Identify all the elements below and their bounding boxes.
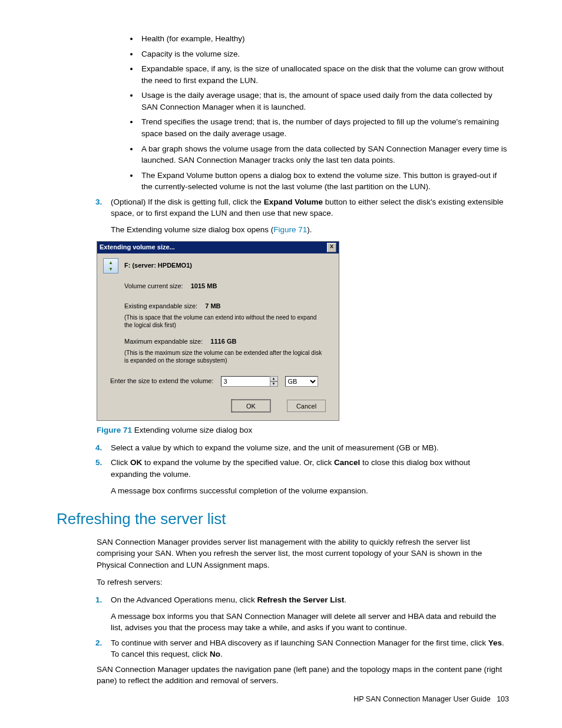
footer-text: HP SAN Connection Manager User Guide [353,695,491,703]
page-number: 103 [497,695,509,703]
dialog-titlebar: Extending volume size... X [97,242,339,253]
dialog-header: ▲▼ F: (server: HPDEMO1) [97,253,339,276]
dialog-title: Extending volume size... [100,243,327,252]
refresh-step-1: 1. On the Advanced Operations menu, clic… [57,594,509,634]
step-subtext: A message box confirms successful comple… [111,485,509,497]
volume-icon: ▲▼ [103,258,118,274]
server-label: F: (server: HPDEMO1) [124,261,192,271]
extending-volume-dialog: Extending volume size... X ▲▼ F: (server… [97,241,339,421]
step-subtext: A message box informs you that SAN Conne… [111,611,509,634]
ok-button[interactable]: OK [232,400,270,412]
steps-list: 3. (Optional) If the disk is getting ful… [57,196,509,236]
step-text: Select a value by which to expand the vo… [111,443,439,452]
expandable-help: (This is space that the volume can exten… [124,314,326,329]
step-text: Click OK to expand the volume by the spe… [111,458,470,479]
max-size-label: Maximum expandable size: [124,337,203,347]
section-heading: Refreshing the server list [57,508,509,531]
spin-down-icon[interactable]: ▼ [270,381,278,387]
current-size-label: Volume current size: [124,282,183,291]
bullet-item: Usage is the daily average usage; that i… [139,90,509,113]
step-text: On the Advanced Operations menu, click R… [111,595,346,604]
step-3: 3. (Optional) If the disk is getting ful… [57,196,509,236]
dialog-body: Volume current size: 1015 MB Existing ex… [97,276,339,373]
page: Health (for example, Healthy) Capacity i… [0,0,562,728]
expandable-size-label: Existing expandable size: [124,302,197,311]
step-5: 5. Click OK to expand the volume by the … [57,457,509,496]
bullet-item: A bar graph shows the volume usage from … [139,143,509,166]
step-number: 3. [95,196,102,208]
bullet-item: Capacity is the volume size. [139,48,509,60]
max-size-value: 1116 GB [210,338,236,345]
current-size-value: 1015 MB [191,282,217,289]
unit-select[interactable]: GB [285,376,318,387]
figure-caption: Figure 71 Extending volume size dialog b… [97,424,509,436]
bullet-item: Expandable space, if any, is the size of… [139,63,509,86]
input-row: Enter the size to extend the volume: ▲ ▼… [97,373,339,397]
size-spinner: ▲ ▼ [221,376,278,387]
button-row: OK Cancel [97,397,339,420]
step-number: 2. [95,637,102,649]
steps-list-2: 4. Select a value by which to expand the… [57,442,509,496]
refresh-step-2: 2. To continue with server and HBA disco… [57,637,509,660]
step-number: 1. [95,594,102,606]
max-help: (This is the maximum size the volume can… [124,349,326,364]
cancel-button[interactable]: Cancel [287,400,326,412]
page-footer: HP SAN Connection Manager User Guide 103 [353,694,509,704]
spin-up-icon[interactable]: ▲ [270,376,278,381]
step-number: 5. [95,457,102,469]
refresh-steps: 1. On the Advanced Operations menu, clic… [57,594,509,660]
figure-link[interactable]: Figure 71 [273,225,307,234]
bullet-item: The Expand Volume button opens a dialog … [139,170,509,193]
expandable-size-value: 7 MB [205,302,220,309]
step-4: 4. Select a value by which to expand the… [57,442,509,454]
step-number: 4. [95,442,102,454]
bullet-item: Trend specifies the usage trend; that is… [139,116,509,139]
close-icon[interactable]: X [327,243,336,252]
size-input[interactable] [221,376,270,387]
paragraph: To refresh servers: [97,577,509,588]
paragraph: SAN Connection Manager provides server l… [97,536,509,571]
bullet-item: Health (for example, Healthy) [139,33,509,45]
step-text: To continue with server and HBA discover… [111,638,504,659]
paragraph: SAN Connection Manager updates the navig… [97,664,509,687]
step-subtext: The Extending volume size dialog box ope… [111,224,509,236]
bullet-list: Health (for example, Healthy) Capacity i… [57,33,509,193]
input-label: Enter the size to extend the volume: [110,377,214,386]
figure-label: Figure 71 [97,426,132,434]
step-text: (Optional) If the disk is getting full, … [111,197,503,218]
